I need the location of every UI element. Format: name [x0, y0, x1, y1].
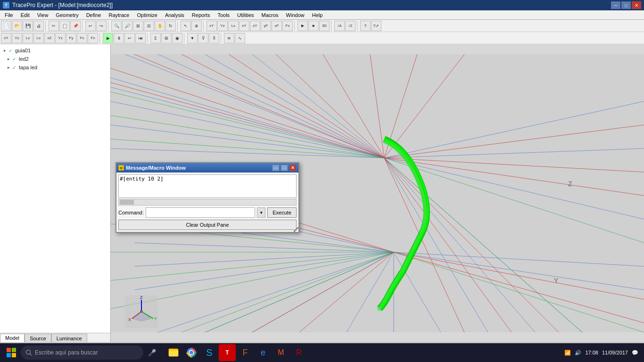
tb2-6[interactable]: Yz	[55, 33, 66, 43]
maximize-button[interactable]: □	[621, 1, 631, 9]
new-btn[interactable]: 📄	[1, 21, 11, 31]
taskbar-time[interactable]: 17:08	[585, 350, 598, 355]
help-btn[interactable]: ?	[360, 21, 371, 31]
tb2-ray2[interactable]: ⏸	[114, 33, 124, 43]
taskbar-search[interactable]: Escribe aquí para buscar	[21, 346, 143, 360]
tb2-view1[interactable]: Σ	[150, 33, 161, 43]
taskbar-app-unknown[interactable]: R	[290, 344, 307, 361]
tb2-filter1[interactable]: ▼	[187, 33, 198, 43]
cut-btn[interactable]: ✂	[49, 21, 59, 31]
view-fx-btn[interactable]: xF	[272, 21, 282, 31]
view-zx-btn[interactable]: zY	[250, 21, 260, 31]
cortana-btn[interactable]: 🎤	[143, 344, 160, 361]
viewport[interactable]: Z Y Z Y X M Message/Macro Window	[111, 44, 644, 342]
macro-titlebar[interactable]: M Message/Macro Window ─ □ ✕	[116, 163, 298, 173]
taskbar-app-matlab[interactable]: M	[272, 344, 289, 361]
tb2-filter3[interactable]: ⊼	[209, 33, 219, 43]
view-xz-btn[interactable]: Yz	[217, 21, 228, 31]
macro-maximize-btn[interactable]: □	[281, 165, 288, 171]
menu-help[interactable]: Help	[308, 11, 327, 19]
menu-optimize[interactable]: Optimize	[133, 11, 161, 19]
undo-btn[interactable]: ↩	[85, 21, 96, 31]
tb2-view3[interactable]: ◉	[172, 33, 182, 43]
macro-resize-handle[interactable]	[294, 227, 298, 232]
copy-btn[interactable]: 📋	[59, 21, 70, 31]
view-iso-btn[interactable]: Fx	[282, 21, 293, 31]
close-button[interactable]: ✕	[632, 1, 641, 9]
taskbar-app-tracepro[interactable]: T	[219, 344, 236, 361]
tb2-ray1[interactable]: ▶	[103, 33, 113, 43]
raytrace-3d-btn[interactable]: 3D	[319, 21, 330, 31]
tb2-5[interactable]: xZ	[44, 33, 55, 43]
zoom-fit-btn[interactable]: ⊞	[133, 21, 143, 31]
pan-btn[interactable]: ✋	[155, 21, 165, 31]
command-input[interactable]	[146, 207, 255, 218]
menu-file[interactable]: File	[1, 11, 17, 19]
sort2-btn[interactable]: ↕Z	[345, 21, 355, 31]
macro-output-pane[interactable]	[118, 174, 297, 198]
raytrace-start-btn[interactable]: ▶	[297, 21, 308, 31]
zoom-in-btn[interactable]: 🔍	[111, 21, 122, 31]
tb2-view2[interactable]: ⊞	[161, 33, 172, 43]
tb2-extra2[interactable]: ∿	[235, 33, 245, 43]
tab-source[interactable]: Source	[25, 334, 51, 342]
raytrace-stop-btn[interactable]: ■	[308, 21, 319, 31]
save-btn[interactable]: 💾	[23, 21, 33, 31]
tb2-2[interactable]: Yz	[12, 33, 22, 43]
tb2-1[interactable]: xY	[1, 33, 11, 43]
print-btn[interactable]: 🖨	[33, 21, 44, 31]
execute-button[interactable]: Execute	[267, 207, 297, 218]
taskbar-date[interactable]: 11/09/2017	[602, 350, 628, 355]
menu-utilities[interactable]: Utilities	[233, 11, 257, 19]
tb2-4[interactable]: Lx	[33, 33, 44, 43]
tb2-7[interactable]: Fy	[66, 33, 76, 43]
menu-view[interactable]: View	[33, 11, 52, 19]
minimize-button[interactable]: ─	[611, 1, 620, 9]
menu-macros[interactable]: Macros	[258, 11, 282, 19]
paste-btn[interactable]: 📌	[70, 21, 81, 31]
zoom-out-btn[interactable]: 🔎	[122, 21, 132, 31]
zoom-select-btn[interactable]: ⊟	[144, 21, 154, 31]
view-yx-btn[interactable]: Lx	[228, 21, 239, 31]
open-btn[interactable]: 📂	[12, 21, 22, 31]
view-yz-btn[interactable]: xY	[239, 21, 249, 31]
taskbar-app-ie[interactable]: e	[255, 344, 272, 361]
tb2-extra1[interactable]: ≋	[224, 33, 234, 43]
tb2-8[interactable]: Fx	[77, 33, 87, 43]
tb2-ray3[interactable]: ↩	[124, 33, 135, 43]
tb2-filter2[interactable]: ⊽	[198, 33, 208, 43]
menu-tools[interactable]: Tools	[214, 11, 233, 19]
menu-window[interactable]: Window	[282, 11, 308, 19]
scrollbar-thumb[interactable]	[120, 200, 134, 205]
menu-raytrace[interactable]: Raytrace	[105, 11, 133, 19]
select-btn[interactable]: ↖	[181, 21, 191, 31]
menu-reports[interactable]: Reports	[188, 11, 214, 19]
taskbar-app-explorer[interactable]	[165, 344, 182, 361]
view-zy-btn[interactable]: yF	[261, 21, 271, 31]
taskbar-app-skype[interactable]: S	[201, 344, 218, 361]
tree-item-led2[interactable]: ▸ ✓ led2	[2, 55, 108, 63]
tb2-ray4[interactable]: ⏮	[135, 33, 146, 43]
tab-model[interactable]: Model	[0, 334, 25, 342]
taskbar-notification[interactable]: 💬	[632, 350, 638, 356]
help2-btn[interactable]: ?↗	[371, 21, 381, 31]
menu-analysis[interactable]: Analysis	[161, 11, 188, 19]
clear-output-button[interactable]: Clear Output Pane	[118, 220, 297, 230]
redo-btn[interactable]: ↪	[96, 21, 107, 31]
menu-define[interactable]: Define	[83, 11, 105, 19]
tree-item-guia01[interactable]: ▸ ✓ guia01	[2, 46, 108, 55]
menu-edit[interactable]: Edit	[17, 11, 33, 19]
command-dropdown-btn[interactable]: ▼	[257, 207, 265, 218]
tab-luminance[interactable]: Luminance	[51, 334, 87, 342]
start-button[interactable]	[2, 344, 21, 361]
taskbar-app-chrome[interactable]	[183, 344, 200, 361]
tree-item-tapaled[interactable]: ▸ ✓ tapa led	[2, 63, 108, 72]
taskbar-app-filezilla[interactable]: F	[237, 344, 254, 361]
tb2-3[interactable]: Lz	[23, 33, 33, 43]
select2-btn[interactable]: ⊕	[191, 21, 202, 31]
menu-geometry[interactable]: Geometry	[52, 11, 82, 19]
macro-minimize-btn[interactable]: ─	[272, 165, 280, 171]
macro-close-btn[interactable]: ✕	[289, 165, 297, 171]
macro-horizontal-scrollbar[interactable]	[118, 199, 297, 206]
sort-btn[interactable]: ↕A	[334, 21, 345, 31]
